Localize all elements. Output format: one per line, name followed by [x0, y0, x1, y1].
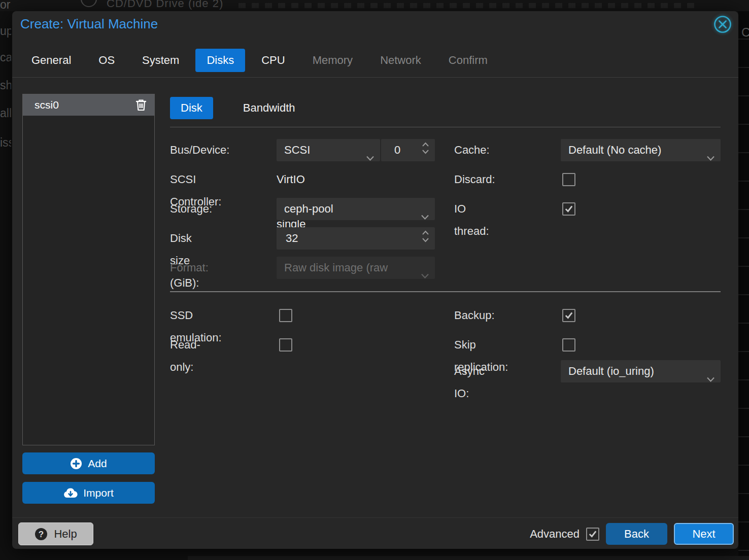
- tab-network: Network: [369, 49, 432, 72]
- bus-select-value: SCSI: [284, 144, 310, 156]
- help-button[interactable]: ? Help: [18, 522, 93, 545]
- question-circle-icon: ?: [35, 528, 48, 541]
- disk-size-input[interactable]: 32: [277, 227, 435, 250]
- discard-checkbox[interactable]: [562, 173, 575, 186]
- next-button[interactable]: Next: [674, 523, 734, 545]
- tab-system[interactable]: System: [131, 49, 190, 72]
- back-button-label: Back: [624, 528, 649, 541]
- background-text-fragment: or: [0, 0, 11, 12]
- advanced-section-divider: [170, 291, 721, 292]
- cache-select-value: Default (No cache): [568, 144, 661, 156]
- background-table-edge: C: [738, 11, 749, 560]
- bus-select[interactable]: SCSI: [277, 139, 380, 161]
- back-button[interactable]: Back: [606, 523, 667, 545]
- subtab-divider: [170, 127, 721, 127]
- read-only-checkbox[interactable]: [279, 338, 292, 352]
- cd-drive-icon: [80, 0, 98, 11]
- add-button-label: Add: [88, 458, 107, 470]
- disk-size-value: 32: [286, 232, 298, 244]
- skip-replication-checkbox[interactable]: [562, 338, 575, 352]
- disk-list-panel: scsi0: [22, 94, 155, 445]
- subtab-disk[interactable]: Disk: [170, 97, 213, 119]
- disk-item-label: scsi0: [35, 99, 59, 111]
- format-select-value: Raw disk image (raw: [284, 261, 388, 274]
- async-io-label: Async IO:: [454, 360, 485, 405]
- chevron-down-icon: [421, 264, 429, 287]
- async-io-select-value: Default (io_uring): [568, 365, 654, 377]
- storage-select-value: ceph-pool: [284, 202, 333, 215]
- close-icon[interactable]: [713, 15, 732, 34]
- chevron-down-icon: [706, 147, 715, 169]
- tab-general[interactable]: General: [20, 49, 82, 72]
- tabbar-divider: [12, 77, 738, 78]
- cache-select[interactable]: Default (No cache): [561, 139, 721, 161]
- dialog-title: Create: Virtual Machine: [20, 16, 158, 32]
- chevron-down-icon: [366, 147, 374, 169]
- ssd-emulation-checkbox[interactable]: [279, 309, 292, 322]
- async-io-select[interactable]: Default (io_uring): [561, 360, 721, 382]
- background-text-fragment: CD/DVD Drive (ide 2): [107, 0, 223, 10]
- read-only-label: Read-only:: [170, 334, 200, 378]
- tab-disks[interactable]: Disks: [195, 49, 245, 72]
- import-disk-button[interactable]: Import: [22, 482, 155, 504]
- plus-circle-icon: [70, 458, 82, 470]
- cache-label: Cache:: [454, 139, 490, 161]
- advanced-checkbox[interactable]: [586, 528, 599, 541]
- disk-subtabs: Disk Bandwidth: [170, 97, 306, 119]
- chevron-down-icon: [706, 368, 715, 390]
- chevron-down-icon: [421, 205, 429, 228]
- next-button-label: Next: [692, 528, 715, 541]
- background-text-fragment: C: [741, 25, 749, 40]
- create-vm-dialog: Create: Virtual Machine General OS Syste…: [12, 11, 738, 549]
- background-text-fragment: up: [0, 24, 11, 38]
- background-text-fragment: sh: [0, 79, 11, 92]
- import-button-label: Import: [83, 487, 114, 499]
- cloud-download-icon: [63, 487, 78, 499]
- background-table-row: CD/DVD Drive (ide 2): [0, 0, 749, 11]
- trash-icon[interactable]: [135, 99, 147, 111]
- tab-os[interactable]: OS: [87, 49, 126, 72]
- backup-checkbox[interactable]: [562, 309, 575, 322]
- add-disk-button[interactable]: Add: [22, 452, 155, 474]
- format-select-disabled: Raw disk image (raw: [277, 257, 435, 279]
- background-text-fragment: ca: [0, 51, 11, 64]
- disk-list-item-scsi0[interactable]: scsi0: [23, 94, 154, 116]
- svg-text:?: ?: [39, 530, 44, 539]
- tab-cpu[interactable]: CPU: [250, 49, 296, 72]
- background-text-fragment: all: [0, 107, 11, 120]
- device-number-input[interactable]: 0: [381, 139, 435, 161]
- background-text-fragment: iss: [0, 136, 11, 150]
- backup-label: Backup:: [454, 304, 495, 327]
- bus-device-label: Bus/Device:: [170, 139, 229, 161]
- wizard-tabbar: General OS System Disks CPU Memory Netwo…: [20, 49, 499, 72]
- discard-label: Discard:: [454, 168, 495, 191]
- io-thread-checkbox[interactable]: [562, 202, 575, 216]
- subtab-bandwidth[interactable]: Bandwidth: [232, 97, 306, 119]
- spinner-up-down-icon[interactable]: [422, 230, 429, 242]
- tab-memory: Memory: [301, 49, 364, 72]
- io-thread-label: IO thread:: [454, 198, 489, 242]
- format-label: Format:: [170, 257, 209, 279]
- background-blurred-text: [239, 3, 695, 8]
- help-button-label: Help: [54, 528, 77, 541]
- tab-confirm: Confirm: [437, 49, 499, 72]
- spinner-up-down-icon[interactable]: [422, 142, 429, 154]
- footer-divider: [12, 517, 738, 518]
- storage-label: Storage:: [170, 198, 212, 220]
- device-number-value: 0: [394, 144, 400, 156]
- storage-select[interactable]: ceph-pool: [277, 198, 435, 220]
- background-strip: [188, 556, 749, 560]
- advanced-label: Advanced: [520, 522, 580, 545]
